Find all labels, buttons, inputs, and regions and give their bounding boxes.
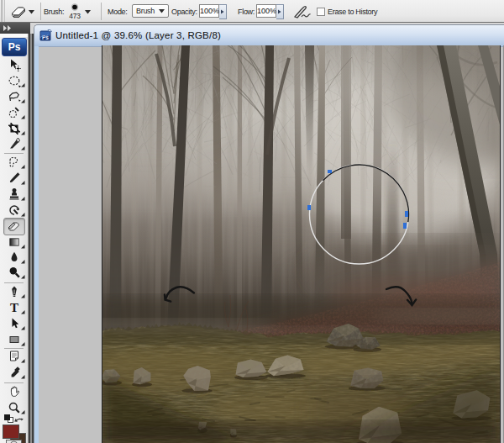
svg-text:T: T xyxy=(10,301,18,314)
